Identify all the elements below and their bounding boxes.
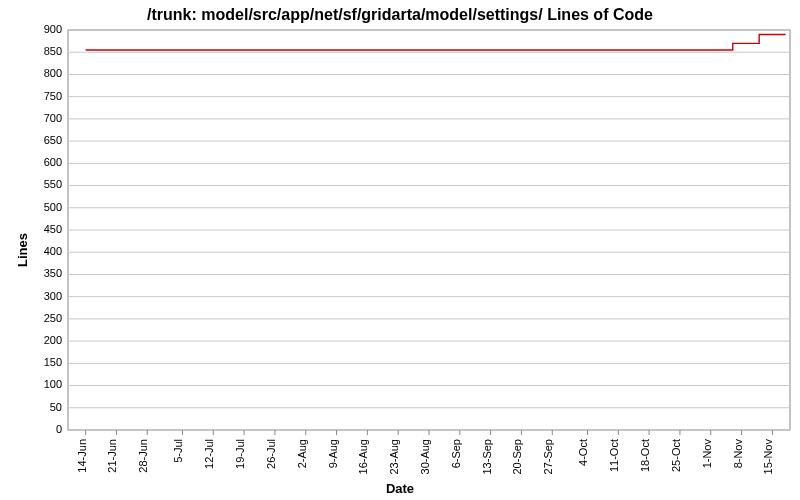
chart-container: /trunk: model/src/app/net/sf/gridarta/mo…: [0, 0, 800, 500]
x-tick-label: 11-Oct: [608, 439, 620, 472]
chart-svg: 0501001502002503003504004505005506006507…: [0, 0, 800, 500]
x-tick-label: 2-Aug: [296, 439, 308, 468]
y-tick-label: 100: [44, 378, 62, 390]
y-tick-label: 50: [50, 401, 62, 413]
x-tick-label: 6-Sep: [450, 439, 462, 468]
y-tick-label: 800: [44, 67, 62, 79]
y-tick-label: 850: [44, 45, 62, 57]
y-tick-label: 600: [44, 156, 62, 168]
y-tick-label: 500: [44, 201, 62, 213]
x-tick-label: 1-Nov: [701, 439, 713, 469]
x-tick-label: 12-Jul: [203, 439, 215, 469]
x-tick-label: 13-Sep: [481, 439, 493, 474]
x-tick-label: 23-Aug: [388, 439, 400, 474]
x-tick-label: 28-Jun: [137, 439, 149, 473]
y-tick-label: 700: [44, 112, 62, 124]
y-tick-label: 450: [44, 223, 62, 235]
x-tick-label: 21-Jun: [106, 439, 118, 473]
x-tick-label: 14-Jun: [76, 439, 88, 473]
x-tick-label: 18-Oct: [639, 439, 651, 472]
y-tick-label: 300: [44, 290, 62, 302]
x-tick-label: 25-Oct: [670, 439, 682, 472]
y-tick-label: 150: [44, 356, 62, 368]
y-tick-label: 550: [44, 178, 62, 190]
x-tick-label: 16-Aug: [357, 439, 369, 474]
x-tick-label: 15-Nov: [762, 439, 774, 475]
x-tick-label: 9-Aug: [327, 439, 339, 468]
series-line: [86, 34, 786, 50]
y-tick-label: 250: [44, 312, 62, 324]
y-tick-label: 650: [44, 134, 62, 146]
y-tick-label: 0: [56, 423, 62, 435]
y-tick-label: 400: [44, 245, 62, 257]
x-tick-label: 5-Jul: [172, 439, 184, 463]
x-tick-label: 4-Oct: [577, 439, 589, 466]
x-tick-label: 20-Sep: [511, 439, 523, 474]
y-tick-label: 750: [44, 90, 62, 102]
x-tick-label: 30-Aug: [419, 439, 431, 474]
y-tick-label: 900: [44, 23, 62, 35]
x-tick-label: 27-Sep: [542, 439, 554, 474]
x-tick-label: 26-Jul: [265, 439, 277, 469]
x-tick-label: 19-Jul: [234, 439, 246, 469]
y-tick-label: 350: [44, 267, 62, 279]
x-tick-label: 8-Nov: [732, 439, 744, 469]
y-tick-label: 200: [44, 334, 62, 346]
